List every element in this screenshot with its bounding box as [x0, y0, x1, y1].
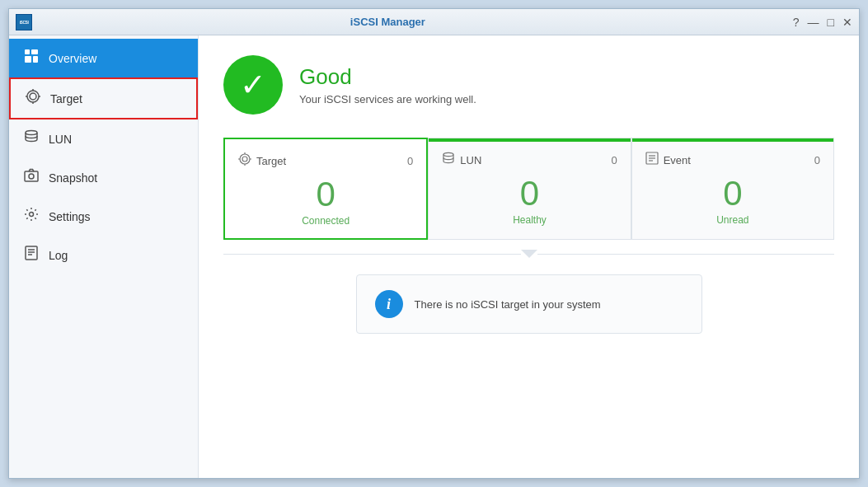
sidebar-lun-label: LUN — [49, 133, 72, 146]
svg-point-12 — [29, 174, 34, 179]
main-window: iSCSI iSCSI Manager ? — □ ✕ — [8, 8, 860, 479]
status-section: ✓ Good Your iSCSI services are working w… — [223, 55, 834, 115]
svg-rect-14 — [26, 246, 37, 260]
card-target-number: 0 — [238, 176, 413, 213]
sidebar-item-settings[interactable]: Settings — [9, 197, 198, 236]
main-content: ✓ Good Your iSCSI services are working w… — [199, 35, 859, 478]
svg-rect-11 — [25, 171, 38, 181]
sidebar: Overview Target — [9, 35, 199, 478]
svg-point-24 — [443, 152, 453, 156]
card-target-icon — [238, 152, 251, 169]
svg-point-18 — [240, 154, 250, 164]
sidebar-item-lun[interactable]: LUN — [9, 119, 198, 158]
card-target-header: Target 0 — [238, 152, 413, 169]
status-label: Good — [299, 64, 476, 90]
info-box: i There is no iSCSI target in your syste… — [356, 274, 702, 334]
sidebar-log-label: Log — [49, 249, 68, 262]
svg-point-4 — [27, 91, 39, 102]
svg-point-5 — [30, 93, 36, 100]
card-target-label: Connected — [238, 215, 413, 227]
card-target-count: 0 — [407, 155, 413, 167]
section-divider — [223, 250, 834, 258]
title-bar: iSCSI iSCSI Manager ? — □ ✕ — [9, 9, 859, 35]
sidebar-item-overview[interactable]: Overview — [9, 39, 198, 77]
svg-rect-0 — [25, 49, 30, 54]
card-target-title: Target — [256, 155, 286, 167]
card-event-header-left: Event — [645, 152, 691, 168]
target-icon — [24, 89, 42, 108]
close-button[interactable]: ✕ — [842, 16, 852, 28]
svg-rect-2 — [25, 56, 31, 63]
app-icon: iSCSI — [16, 14, 32, 30]
card-target-header-left: Target — [238, 152, 286, 169]
settings-icon — [22, 207, 40, 226]
svg-rect-1 — [31, 49, 38, 54]
card-event[interactable]: Event 0 0 Unread — [631, 138, 834, 240]
sidebar-item-log[interactable]: Log — [9, 236, 198, 274]
svg-point-19 — [242, 157, 247, 162]
sidebar-settings-label: Settings — [49, 210, 91, 223]
divider-line-right — [537, 254, 835, 255]
help-button[interactable]: ? — [793, 16, 800, 28]
checkmark-icon: ✓ — [240, 69, 266, 101]
info-message: There is no iSCSI target in your system — [415, 298, 601, 311]
window-title: iSCSI Manager — [32, 16, 744, 28]
card-lun[interactable]: LUN 0 0 Healthy — [428, 138, 631, 240]
card-lun-number: 0 — [442, 175, 617, 213]
card-event-header: Event 0 — [645, 152, 820, 168]
card-lun-label: Healthy — [442, 214, 617, 226]
card-lun-title: LUN — [460, 154, 481, 166]
card-lun-icon — [442, 152, 455, 168]
sidebar-item-target[interactable]: Target — [9, 77, 198, 119]
card-event-icon — [645, 152, 659, 168]
status-circle: ✓ — [223, 55, 283, 115]
svg-point-10 — [26, 131, 37, 135]
divider-triangle — [521, 250, 537, 258]
lun-icon — [22, 129, 40, 148]
sidebar-snapshot-label: Snapshot — [49, 171, 97, 185]
sidebar-item-snapshot[interactable]: Snapshot — [9, 158, 198, 197]
status-text: Good Your iSCSI services are working wel… — [299, 64, 476, 105]
card-event-title: Event — [664, 154, 691, 166]
log-icon — [22, 246, 40, 265]
card-lun-top-bar — [429, 138, 630, 142]
overview-icon — [22, 49, 40, 68]
sidebar-overview-label: Overview — [49, 52, 96, 65]
sidebar-target-label: Target — [50, 92, 82, 105]
window-controls: ? — □ ✕ — [793, 16, 852, 28]
divider-line-left — [223, 254, 521, 255]
status-description: Your iSCSI services are working well. — [299, 93, 476, 105]
minimize-button[interactable]: — — [808, 16, 819, 28]
svg-point-13 — [30, 213, 34, 217]
info-icon: i — [375, 290, 403, 318]
card-event-top-bar — [632, 138, 833, 142]
card-event-label: Unread — [645, 214, 820, 226]
snapshot-icon — [22, 168, 40, 187]
card-lun-header-left: LUN — [442, 152, 481, 168]
card-target[interactable]: Target 0 0 Connected — [223, 138, 428, 240]
content-area: Overview Target — [9, 35, 859, 478]
card-lun-count: 0 — [611, 154, 617, 166]
maximize-button[interactable]: □ — [828, 16, 834, 28]
card-event-count: 0 — [814, 154, 820, 166]
svg-rect-3 — [33, 56, 38, 63]
card-event-number: 0 — [645, 175, 820, 213]
cards-row: Target 0 0 Connected — [223, 138, 834, 240]
title-bar-left: iSCSI — [16, 14, 32, 30]
card-lun-header: LUN 0 — [442, 152, 617, 168]
